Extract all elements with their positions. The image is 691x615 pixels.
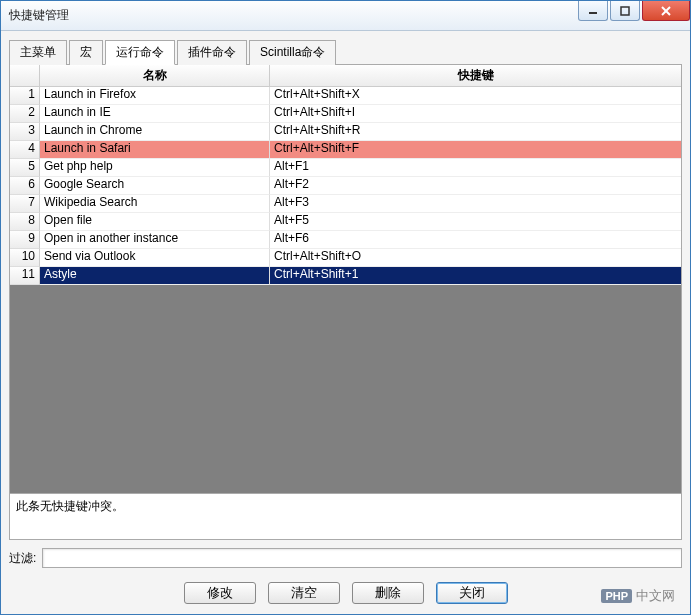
close-button[interactable]: [642, 1, 690, 21]
row-number: 3: [10, 123, 40, 141]
clear-button[interactable]: 清空: [268, 582, 340, 604]
filter-input[interactable]: [42, 548, 682, 568]
grid-body[interactable]: 1Launch in FirefoxCtrl+Alt+Shift+X2Launc…: [10, 87, 681, 493]
maximize-button[interactable]: [610, 1, 640, 21]
row-number: 9: [10, 231, 40, 249]
grid-header-num: [10, 65, 40, 86]
button-bar: 修改 清空 删除 关闭: [9, 576, 682, 606]
row-number: 5: [10, 159, 40, 177]
table-row[interactable]: 5Get php helpAlt+F1: [10, 159, 681, 177]
row-number: 10: [10, 249, 40, 267]
row-name: Launch in Firefox: [40, 87, 270, 105]
row-shortcut: Alt+F3: [270, 195, 681, 213]
status-text: 此条无快捷键冲突。: [16, 499, 124, 513]
table-row[interactable]: 3Launch in ChromeCtrl+Alt+Shift+R: [10, 123, 681, 141]
watermark: PHP 中文网: [601, 587, 675, 605]
modify-button[interactable]: 修改: [184, 582, 256, 604]
row-number: 2: [10, 105, 40, 123]
row-shortcut: Ctrl+Alt+Shift+F: [270, 141, 681, 159]
window-controls: [576, 1, 690, 30]
tab-bar: 主菜单宏运行命令插件命令Scintilla命令: [9, 39, 682, 65]
table-row[interactable]: 1Launch in FirefoxCtrl+Alt+Shift+X: [10, 87, 681, 105]
delete-button[interactable]: 删除: [352, 582, 424, 604]
row-number: 4: [10, 141, 40, 159]
status-panel: 此条无快捷键冲突。: [9, 494, 682, 540]
row-name: Open in another instance: [40, 231, 270, 249]
filter-label: 过滤:: [9, 550, 36, 567]
tab-1[interactable]: 宏: [69, 40, 103, 65]
window-title: 快捷键管理: [9, 7, 69, 24]
titlebar[interactable]: 快捷键管理: [1, 1, 690, 31]
table-row[interactable]: 2Launch in IECtrl+Alt+Shift+I: [10, 105, 681, 123]
maximize-icon: [620, 6, 630, 16]
row-shortcut: Ctrl+Alt+Shift+1: [270, 267, 681, 285]
tab-4[interactable]: Scintilla命令: [249, 40, 336, 65]
row-name: Google Search: [40, 177, 270, 195]
filter-row: 过滤:: [9, 548, 682, 568]
minimize-icon: [588, 6, 598, 16]
minimize-button[interactable]: [578, 1, 608, 21]
grid-header: 名称 快捷键: [10, 65, 681, 87]
row-shortcut: Alt+F2: [270, 177, 681, 195]
table-row[interactable]: 10Send via OutlookCtrl+Alt+Shift+O: [10, 249, 681, 267]
row-shortcut: Alt+F1: [270, 159, 681, 177]
row-shortcut: Ctrl+Alt+Shift+X: [270, 87, 681, 105]
svg-rect-1: [621, 7, 629, 15]
watermark-text: 中文网: [636, 587, 675, 605]
close-dialog-button[interactable]: 关闭: [436, 582, 508, 604]
row-shortcut: Ctrl+Alt+Shift+I: [270, 105, 681, 123]
table-row[interactable]: 8Open fileAlt+F5: [10, 213, 681, 231]
window: 快捷键管理 主菜单宏运行命令插件命令Scintilla命令 名称 快捷键 1La…: [0, 0, 691, 615]
row-number: 7: [10, 195, 40, 213]
row-shortcut: Alt+F5: [270, 213, 681, 231]
row-shortcut: Alt+F6: [270, 231, 681, 249]
row-name: Launch in Safari: [40, 141, 270, 159]
php-badge: PHP: [601, 589, 632, 603]
tab-3[interactable]: 插件命令: [177, 40, 247, 65]
row-number: 11: [10, 267, 40, 285]
row-name: Get php help: [40, 159, 270, 177]
row-number: 8: [10, 213, 40, 231]
table-row[interactable]: 4Launch in SafariCtrl+Alt+Shift+F: [10, 141, 681, 159]
client-area: 主菜单宏运行命令插件命令Scintilla命令 名称 快捷键 1Launch i…: [1, 31, 690, 614]
table-row[interactable]: 6Google SearchAlt+F2: [10, 177, 681, 195]
grid-header-shortcut[interactable]: 快捷键: [270, 65, 681, 86]
row-name: Send via Outlook: [40, 249, 270, 267]
grid-header-name[interactable]: 名称: [40, 65, 270, 86]
row-name: Launch in IE: [40, 105, 270, 123]
shortcut-grid: 名称 快捷键 1Launch in FirefoxCtrl+Alt+Shift+…: [9, 65, 682, 494]
row-shortcut: Ctrl+Alt+Shift+O: [270, 249, 681, 267]
tab-2[interactable]: 运行命令: [105, 40, 175, 65]
row-name: Launch in Chrome: [40, 123, 270, 141]
row-number: 1: [10, 87, 40, 105]
close-icon: [660, 6, 672, 16]
row-name: Open file: [40, 213, 270, 231]
tab-0[interactable]: 主菜单: [9, 40, 67, 65]
row-name: Wikipedia Search: [40, 195, 270, 213]
row-name: Astyle: [40, 267, 270, 285]
table-row[interactable]: 7Wikipedia SearchAlt+F3: [10, 195, 681, 213]
table-row[interactable]: 11AstyleCtrl+Alt+Shift+1: [10, 267, 681, 285]
row-number: 6: [10, 177, 40, 195]
table-row[interactable]: 9Open in another instanceAlt+F6: [10, 231, 681, 249]
row-shortcut: Ctrl+Alt+Shift+R: [270, 123, 681, 141]
